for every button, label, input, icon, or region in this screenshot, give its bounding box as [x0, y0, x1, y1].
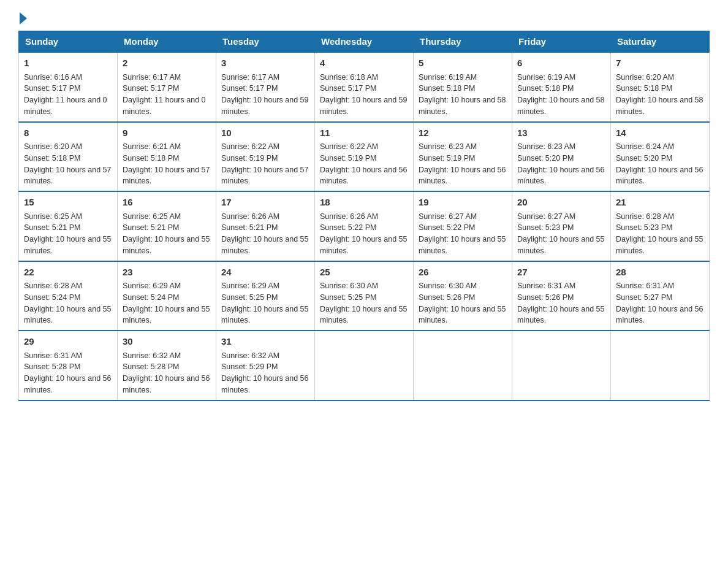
day-number: 4 [320, 56, 408, 71]
calendar-cell: 1Sunrise: 6:16 AMSunset: 5:17 PMDaylight… [19, 52, 118, 122]
sunset-text: Sunset: 5:20 PM [616, 154, 672, 163]
daylight-text: Daylight: 10 hours and 55 minutes. [320, 235, 407, 255]
sunset-text: Sunset: 5:19 PM [221, 154, 278, 163]
daylight-text: Daylight: 10 hours and 55 minutes. [221, 235, 308, 255]
calendar-cell: 5Sunrise: 6:19 AMSunset: 5:18 PMDaylight… [414, 52, 512, 122]
daylight-text: Daylight: 10 hours and 55 minutes. [221, 305, 308, 325]
day-number: 30 [123, 335, 211, 349]
calendar-cell: 21Sunrise: 6:28 AMSunset: 5:23 PMDayligh… [611, 191, 710, 261]
calendar-cell: 20Sunrise: 6:27 AMSunset: 5:23 PMDayligh… [512, 191, 611, 261]
sunrise-text: Sunrise: 6:31 AM [24, 351, 82, 360]
day-number: 17 [221, 196, 309, 210]
sunset-text: Sunset: 5:17 PM [24, 84, 80, 93]
calendar-week-row: 1Sunrise: 6:16 AMSunset: 5:17 PMDaylight… [19, 52, 710, 122]
calendar-week-row: 22Sunrise: 6:28 AMSunset: 5:24 PMDayligh… [19, 261, 710, 331]
daylight-text: Daylight: 10 hours and 55 minutes. [419, 235, 506, 255]
daylight-text: Daylight: 10 hours and 55 minutes. [24, 305, 111, 325]
column-header-wednesday: Wednesday [315, 31, 414, 53]
day-number: 15 [24, 196, 112, 210]
sunrise-text: Sunrise: 6:28 AM [24, 282, 82, 290]
day-number: 20 [517, 196, 605, 210]
daylight-text: Daylight: 10 hours and 56 minutes. [616, 166, 703, 186]
calendar-cell: 7Sunrise: 6:20 AMSunset: 5:18 PMDaylight… [611, 52, 710, 122]
day-number: 16 [123, 196, 211, 210]
calendar-cell: 15Sunrise: 6:25 AMSunset: 5:21 PMDayligh… [19, 191, 118, 261]
sunrise-text: Sunrise: 6:16 AM [24, 73, 82, 82]
day-number: 21 [616, 196, 704, 210]
calendar-cell: 27Sunrise: 6:31 AMSunset: 5:26 PMDayligh… [512, 261, 611, 331]
day-number: 31 [221, 335, 309, 349]
sunrise-text: Sunrise: 6:25 AM [24, 212, 82, 221]
calendar-cell: 12Sunrise: 6:23 AMSunset: 5:19 PMDayligh… [414, 122, 512, 192]
sunrise-text: Sunrise: 6:32 AM [123, 351, 181, 360]
calendar-cell [611, 331, 710, 400]
day-number: 19 [419, 196, 507, 210]
sunset-text: Sunset: 5:18 PM [24, 154, 80, 163]
day-number: 12 [419, 126, 507, 140]
day-number: 9 [123, 126, 211, 140]
day-number: 5 [419, 56, 507, 71]
logo [18, 12, 28, 25]
sunrise-text: Sunrise: 6:17 AM [123, 73, 181, 82]
sunset-text: Sunset: 5:22 PM [320, 223, 376, 232]
calendar-cell: 6Sunrise: 6:19 AMSunset: 5:18 PMDaylight… [512, 52, 611, 122]
calendar-cell: 3Sunrise: 6:17 AMSunset: 5:17 PMDaylight… [216, 52, 315, 122]
column-header-saturday: Saturday [611, 31, 710, 53]
sunrise-text: Sunrise: 6:22 AM [221, 142, 279, 151]
sunset-text: Sunset: 5:17 PM [320, 84, 376, 93]
sunrise-text: Sunrise: 6:27 AM [517, 212, 575, 221]
sunrise-text: Sunrise: 6:19 AM [517, 73, 575, 82]
daylight-text: Daylight: 10 hours and 57 minutes. [221, 166, 308, 186]
daylight-text: Daylight: 10 hours and 58 minutes. [517, 96, 604, 116]
sunset-text: Sunset: 5:25 PM [221, 293, 278, 302]
sunrise-text: Sunrise: 6:29 AM [221, 282, 279, 290]
day-number: 25 [320, 266, 408, 280]
daylight-text: Daylight: 11 hours and 0 minutes. [123, 96, 206, 116]
sunset-text: Sunset: 5:22 PM [419, 223, 475, 232]
sunset-text: Sunset: 5:20 PM [517, 154, 574, 163]
logo-arrow-icon [20, 12, 27, 25]
daylight-text: Daylight: 10 hours and 55 minutes. [517, 305, 604, 325]
calendar-week-row: 15Sunrise: 6:25 AMSunset: 5:21 PMDayligh… [19, 191, 710, 261]
daylight-text: Daylight: 10 hours and 56 minutes. [616, 305, 703, 325]
calendar-cell: 4Sunrise: 6:18 AMSunset: 5:17 PMDaylight… [315, 52, 414, 122]
day-number: 28 [616, 266, 704, 280]
sunrise-text: Sunrise: 6:23 AM [419, 142, 477, 151]
sunset-text: Sunset: 5:19 PM [320, 154, 376, 163]
sunrise-text: Sunrise: 6:29 AM [123, 282, 181, 290]
sunset-text: Sunset: 5:21 PM [123, 223, 179, 232]
sunrise-text: Sunrise: 6:24 AM [616, 142, 674, 151]
daylight-text: Daylight: 10 hours and 59 minutes. [221, 96, 308, 116]
sunset-text: Sunset: 5:24 PM [24, 293, 80, 302]
sunset-text: Sunset: 5:27 PM [616, 293, 672, 302]
sunrise-text: Sunrise: 6:19 AM [419, 73, 477, 82]
sunrise-text: Sunrise: 6:22 AM [320, 142, 378, 151]
calendar-cell: 9Sunrise: 6:21 AMSunset: 5:18 PMDaylight… [118, 122, 216, 192]
sunrise-text: Sunrise: 6:17 AM [221, 73, 279, 82]
daylight-text: Daylight: 10 hours and 55 minutes. [24, 235, 111, 255]
sunset-text: Sunset: 5:28 PM [123, 362, 179, 371]
day-number: 24 [221, 266, 309, 280]
day-number: 6 [517, 56, 605, 71]
calendar-cell [315, 331, 414, 400]
calendar-cell [414, 331, 512, 400]
page-header [18, 12, 710, 25]
sunrise-text: Sunrise: 6:30 AM [320, 282, 378, 290]
sunrise-text: Sunrise: 6:20 AM [24, 142, 82, 151]
sunset-text: Sunset: 5:21 PM [24, 223, 80, 232]
column-header-tuesday: Tuesday [216, 31, 315, 53]
sunset-text: Sunset: 5:24 PM [123, 293, 179, 302]
sunrise-text: Sunrise: 6:26 AM [221, 212, 279, 221]
daylight-text: Daylight: 10 hours and 56 minutes. [221, 374, 308, 394]
column-header-thursday: Thursday [414, 31, 512, 53]
daylight-text: Daylight: 10 hours and 55 minutes. [616, 235, 703, 255]
sunset-text: Sunset: 5:17 PM [221, 84, 278, 93]
calendar-cell: 17Sunrise: 6:26 AMSunset: 5:21 PMDayligh… [216, 191, 315, 261]
calendar-cell: 28Sunrise: 6:31 AMSunset: 5:27 PMDayligh… [611, 261, 710, 331]
daylight-text: Daylight: 10 hours and 57 minutes. [123, 166, 210, 186]
daylight-text: Daylight: 10 hours and 56 minutes. [24, 374, 111, 394]
daylight-text: Daylight: 10 hours and 57 minutes. [24, 166, 111, 186]
daylight-text: Daylight: 10 hours and 56 minutes. [123, 374, 210, 394]
calendar-cell: 31Sunrise: 6:32 AMSunset: 5:29 PMDayligh… [216, 331, 315, 400]
calendar-cell: 23Sunrise: 6:29 AMSunset: 5:24 PMDayligh… [118, 261, 216, 331]
